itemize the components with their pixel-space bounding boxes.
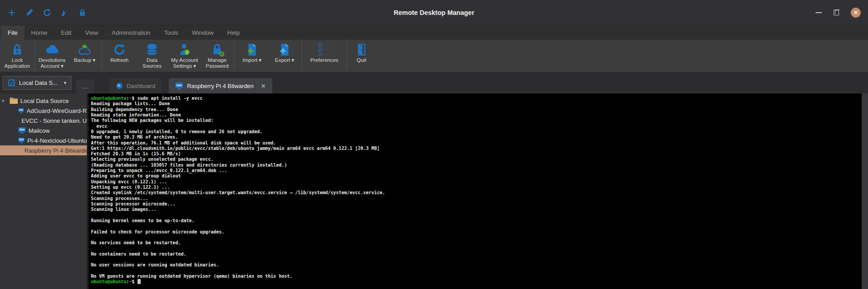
menu-edit[interactable]: Edit — [54, 25, 78, 40]
preferences-button[interactable]: ☑····☑····☑···· Preferences — [303, 40, 346, 72]
ssh-monitor-icon: SSH — [18, 127, 26, 134]
terminal-line: Setting up evcc (0.122.1) ... — [91, 185, 862, 190]
terminal-line: Scanning linux images... — [91, 207, 862, 212]
gauge-icon — [116, 82, 123, 89]
ssh-monitor-icon: SSH — [18, 117, 19, 124]
ribbon-group-transfer: Import ▾ Export ▾ — [235, 40, 302, 72]
tab-session-raspberry-pi[interactable]: SSH Raspberry Pi 4 Bitwarden ✕ — [169, 78, 272, 93]
add-entry-icon[interactable] — [6, 7, 17, 18]
terminal-line — [91, 268, 862, 274]
title-bar: Remote Desktop Manager ✕ — [0, 0, 868, 25]
ssh-terminal[interactable]: ubuntu@ubuntu:~$ sudo apt install -y evc… — [89, 93, 862, 289]
tree-root-local-data-source[interactable]: ▾ Local Data Source — [0, 96, 87, 106]
svg-text:SSH: SSH — [176, 84, 182, 86]
devolutions-account-button[interactable]: Devolutions Account ▾ — [36, 40, 68, 72]
menu-tools[interactable]: Tools — [157, 25, 185, 40]
tree-item-adguard[interactable]: SSH AdGuard-WireGuard-R — [0, 106, 87, 116]
my-account-settings-button[interactable]: i My Account Settings ▾ — [168, 40, 201, 72]
datasource-selector[interactable]: Local Data S... ▾ — [3, 76, 71, 90]
tree-item-label: Pi-4-Nextcloud-Ubuntu — [27, 137, 87, 144]
ribbon-toolbar: Lock Application Devolutions Account ▾ B… — [0, 40, 868, 72]
padlock-icon — [11, 42, 23, 57]
tab-session-label: Raspberry Pi 4 Bitwarden — [187, 83, 253, 89]
menu-bar: File Home Edit View Administration Tools… — [0, 25, 868, 40]
data-sources-button[interactable]: Data Sources — [136, 40, 168, 72]
terminal-scrollbar[interactable] — [862, 93, 868, 289]
terminal-line — [91, 235, 862, 240]
tree-item-label: EVCC - Sonne tanken. U — [21, 117, 87, 124]
folder-icon — [9, 97, 18, 104]
terminal-cursor — [138, 279, 141, 284]
expander-icon[interactable]: ▾ — [2, 98, 7, 104]
terminal-line — [91, 257, 862, 262]
minimize-button[interactable] — [816, 12, 822, 13]
tab-dashboard-label: Dashboard — [127, 83, 156, 89]
refresh-icon[interactable] — [42, 7, 52, 18]
tree-item-label: Mailcow — [28, 127, 50, 134]
checklist-icon: ☑····☑····☑···· — [318, 42, 330, 57]
ribbon-group-preferences: ☑····☑····☑···· Preferences — [302, 40, 347, 72]
ssh-monitor-icon: SSH — [18, 107, 24, 114]
tree-item-nextcloud[interactable]: SSH Pi-4-Nextcloud-Ubuntu — [0, 135, 87, 145]
terminal-line: Scanning processes... — [91, 196, 862, 201]
refresh-arrows-icon — [113, 42, 126, 57]
terminal-line: No containers need to be restarted. — [91, 252, 862, 257]
datasource-pen-icon — [8, 79, 15, 87]
navigation-tree: ▾ Local Data Source SSH AdGuard-WireGuar… — [0, 93, 87, 289]
terminal-line: Created symlink /etc/systemd/system/mult… — [91, 190, 862, 196]
export-button[interactable]: Export ▾ — [268, 40, 301, 72]
terminal-line: After this operation, 76.1 MB of additio… — [91, 140, 862, 146]
menu-home[interactable]: Home — [24, 25, 54, 40]
tab-close-icon[interactable]: ✕ — [261, 83, 266, 89]
user-info-icon: i — [179, 42, 190, 57]
terminal-line: Get:1 https://dl.cloudsmith.io/public/ev… — [91, 146, 862, 151]
menu-view[interactable]: View — [78, 25, 105, 40]
backup-button[interactable]: Backup ▾ — [68, 40, 101, 72]
restore-button[interactable] — [834, 10, 839, 15]
terminal-line: Adding user evcc to group dialout — [91, 173, 862, 179]
ribbon-group-data: Refresh Data Sources i My Account — [102, 40, 235, 72]
tree-item-raspberry-pi-selected[interactable]: Raspberry Pi 4 Bitwarden — [0, 145, 87, 155]
terminal-line: Reading state information... Done — [91, 112, 862, 118]
terminal-line: ubuntu@ubuntu:~$ sudo apt install -y evc… — [91, 96, 862, 101]
tree-item-mailcow[interactable]: SSH Mailcow — [0, 126, 87, 135]
lock-icon[interactable] — [77, 7, 88, 18]
terminal-line: Building dependency tree... Done — [91, 107, 862, 112]
menu-file[interactable]: File — [1, 25, 24, 40]
ribbon-group-lock: Lock Application — [0, 40, 35, 72]
terminal-line: Fetched 20.3 MB in 1s (15.6 MB/s) — [91, 151, 862, 157]
terminal-line: Need to get 20.3 MB of archives. — [91, 135, 862, 140]
refresh-button[interactable]: Refresh — [103, 40, 136, 72]
terminal-line: No services need to be restarted. — [91, 240, 862, 246]
close-button[interactable]: ✕ — [851, 8, 861, 18]
terminal-line: Scanning processor microcode... — [91, 201, 862, 207]
gear-badge-icon: ⚙ — [219, 51, 225, 57]
terminal-line: Unpacking evcc (0.122.1) ... — [91, 179, 862, 185]
main-area: ▾ Local Data Source SSH AdGuard-WireGuar… — [0, 93, 868, 289]
connect-arrow-icon[interactable] — [59, 7, 70, 18]
tree-item-label: AdGuard-WireGuard-R — [27, 107, 87, 114]
terminal-line: Reading package lists... Done — [91, 101, 862, 107]
terminal-line: 0 upgraded, 1 newly installed, 0 to remo… — [91, 129, 862, 135]
terminal-line: Selecting previously unselected package … — [91, 157, 862, 162]
terminal-line: No VM guests are running outdated hyperv… — [91, 274, 862, 279]
menu-administration[interactable]: Administration — [105, 25, 157, 40]
menu-window[interactable]: Window — [185, 25, 220, 40]
overflow-tab[interactable]: ... — [76, 79, 94, 93]
manage-password-button[interactable]: ⚙ Manage Password — [201, 40, 233, 72]
database-icon — [146, 42, 158, 57]
terminal-line: Failed to check for processor microcode … — [91, 229, 862, 235]
svg-text:i: i — [186, 50, 188, 55]
tab-dashboard[interactable]: Dashboard — [109, 78, 162, 93]
edit-pencil-icon[interactable] — [24, 7, 35, 18]
ribbon-group-quit: Quit — [347, 40, 376, 72]
terminal-line: ubuntu@ubuntu:~$ — [91, 279, 862, 284]
menu-help[interactable]: Help — [220, 25, 247, 40]
quit-button[interactable]: Quit — [348, 40, 375, 72]
import-page-icon — [247, 42, 257, 57]
tree-item-label: Raspberry Pi 4 Bitwarden — [24, 147, 87, 154]
tree-item-evcc[interactable]: SSH EVCC - Sonne tanken. U — [0, 116, 87, 126]
terminal-line: No user sessions are running outdated bi… — [91, 262, 862, 268]
import-button[interactable]: Import ▾ — [236, 40, 268, 72]
lock-application-button[interactable]: Lock Application — [1, 40, 33, 72]
